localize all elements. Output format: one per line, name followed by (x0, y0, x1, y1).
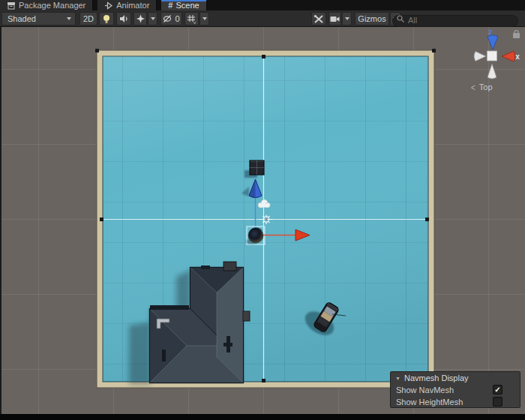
tab-label: Animator (116, 1, 149, 10)
tab-label: Package Manager (19, 1, 86, 10)
gizmos-button[interactable]: Gizmos (355, 12, 389, 26)
show-navmesh-checkbox[interactable]: ✓ (493, 385, 502, 394)
camera-settings-button[interactable] (328, 12, 341, 26)
effects-toggle-button[interactable] (134, 12, 147, 26)
view-name: Top (479, 82, 493, 92)
window-bottom-edge (0, 414, 525, 420)
scene-visibility-button[interactable]: 0 (160, 12, 182, 26)
camera-icon (330, 15, 340, 23)
navmesh-display-panel: ▼ Navmesh Display Show NavMesh ✓ Show He… (390, 371, 520, 408)
effects-star-icon (136, 14, 146, 24)
tab-bar: Package Manager Animator # Scene (0, 0, 525, 10)
audio-toggle-button[interactable] (116, 12, 131, 26)
search-icon (397, 15, 405, 23)
draw-mode-label: Shaded (8, 14, 36, 23)
show-heightmesh-checkbox[interactable] (493, 397, 502, 406)
tab-package-manager[interactable]: Package Manager (0, 0, 93, 10)
cube-object[interactable] (250, 160, 264, 175)
tab-label: Scene (176, 1, 199, 10)
grid-toggle-button[interactable]: y (184, 12, 199, 26)
view-chevron-icon: < (471, 82, 476, 92)
scene-viewport[interactable]: z x < Top ▼ Navmesh Display Show NavMesh… (0, 27, 525, 414)
component-tools-button[interactable] (311, 12, 326, 26)
chimney (224, 262, 236, 271)
unity-editor-window: Package Manager Animator # Scene Shaded … (0, 0, 525, 420)
chevron-down-icon (202, 17, 207, 20)
selected-object[interactable] (246, 226, 265, 244)
scene-toolbar: Shaded 2D 0 y (0, 10, 525, 27)
hidden-count: 0 (175, 14, 179, 23)
gizmos-label: Gizmos (358, 14, 386, 23)
effects-dropdown[interactable] (148, 12, 158, 26)
scene-search (392, 13, 518, 25)
show-navmesh-row: Show NavMesh ✓ (391, 384, 520, 396)
tab-scene[interactable]: # Scene (161, 0, 206, 10)
chevron-down-icon (345, 17, 350, 20)
roof-detail (201, 266, 210, 269)
scene-canvas[interactable]: z x (2, 27, 525, 414)
roof-hatch (162, 350, 166, 362)
tab-animator[interactable]: Animator (98, 0, 157, 10)
2d-label: 2D (83, 14, 94, 23)
eye-hidden-icon (163, 14, 173, 23)
draw-mode-dropdown[interactable]: Shaded (2, 12, 76, 26)
axis-z-label: z (489, 28, 493, 36)
grid-dropdown[interactable] (200, 12, 209, 26)
gizmo-center-cube[interactable] (488, 51, 497, 61)
2d-toggle-button[interactable]: 2D (80, 12, 98, 26)
view-mode-label[interactable]: < Top (471, 82, 516, 92)
eave-shadow (150, 305, 189, 310)
chevron-down-icon (151, 17, 155, 20)
navmesh-panel-header[interactable]: ▼ Navmesh Display (391, 372, 520, 384)
grid-icon: y (187, 14, 196, 24)
lighting-toggle-button[interactable] (99, 12, 114, 26)
show-heightmesh-label: Show HeightMesh (396, 398, 463, 406)
package-icon (7, 2, 16, 10)
chevron-down-icon (67, 17, 71, 20)
animator-icon (104, 2, 113, 10)
scene-grid-icon: # (168, 1, 172, 10)
speaker-icon (119, 14, 129, 23)
navmesh-panel-title: Navmesh Display (404, 374, 469, 382)
camera-dropdown[interactable] (342, 12, 352, 26)
show-navmesh-label: Show NavMesh (396, 386, 454, 394)
tools-wrench-icon (314, 14, 324, 24)
search-input[interactable] (392, 15, 518, 27)
lightbulb-icon (102, 14, 111, 24)
axis-x-label: x (515, 52, 520, 61)
foldout-triangle-icon: ▼ (395, 376, 400, 381)
svg-text:y: y (194, 20, 196, 24)
side-chimney (243, 311, 250, 321)
show-heightmesh-row: Show HeightMesh (391, 396, 520, 408)
